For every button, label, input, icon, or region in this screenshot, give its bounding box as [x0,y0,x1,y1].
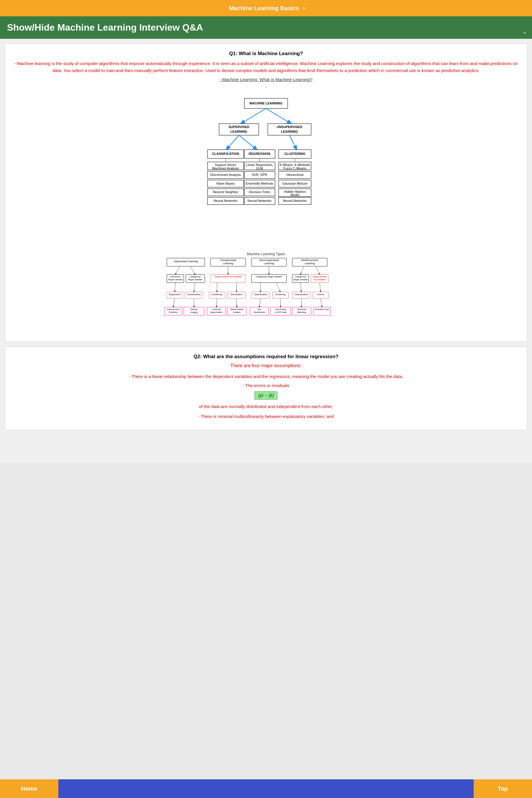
svg-text:Model: Model [290,193,299,196]
svg-line-4 [266,109,291,124]
svg-text:REGRESSION: REGRESSION [249,152,270,155]
svg-text:Machine Learning Types: Machine Learning Types [247,252,285,256]
svg-text:Driverless Cars: Driverless Cars [315,308,329,310]
svg-text:Neural Networks: Neural Networks [283,199,307,203]
collapse-button[interactable]: – [523,30,526,36]
q1-answer: - Machine learning is the study of compu… [14,60,518,74]
svg-text:Categorical: Categorical [190,276,201,278]
svg-line-109 [194,283,195,292]
svg-line-3 [241,109,266,124]
q1-separator: - [14,85,518,90]
svg-line-144 [280,298,281,307]
top-navigation: Machine Learning Basics [0,0,532,16]
svg-text:Medical: Medical [190,308,198,310]
svg-text:Marketing: Marketing [297,311,306,314]
svg-text:SVR, GPR: SVR, GPR [252,173,267,176]
svg-text:Customer: Customer [212,308,221,310]
svg-text:Naive Bayes: Naive Bayes [216,182,235,185]
svg-line-114 [300,283,301,292]
svg-text:Segmentation: Segmentation [210,311,223,314]
svg-line-142 [236,298,237,307]
svg-text:Target variable not available: Target variable not available [214,276,242,278]
svg-text:Optimized: Optimized [297,308,306,311]
q2-assumption1: - There is a linear relationship between… [14,373,518,380]
svg-text:Clustering: Clustering [212,293,222,296]
formula-container: (yi − ŷi) [14,390,518,401]
main-content: Q1: What is Machine Learning? - Machine … [0,39,532,463]
svg-text:Continuous: Continuous [170,276,181,278]
svg-text:Imaging: Imaging [190,311,198,314]
q1-link[interactable]: - Machine Learning: What is Machine Lear… [14,77,518,82]
svg-text:Hierarchical: Hierarchical [286,173,304,176]
svg-text:Neural Networks: Neural Networks [248,199,272,203]
svg-text:Classification: Classification [253,311,265,313]
q2-assumption2-label: - The errors or residuals [14,383,518,388]
page-title: Show/Hide Machine Learning Interview Q&A [7,22,525,33]
svg-text:on GPS data: on GPS data [275,311,286,313]
svg-text:GLM: GLM [256,167,263,170]
svg-text:Reinforcement: Reinforcement [301,259,319,262]
svg-text:CLASSIFICATION: CLASSIFICATION [212,152,239,155]
svg-text:Categorical: Categorical [295,276,306,278]
svg-text:Clustering: Clustering [275,293,286,296]
svg-line-115 [320,283,321,292]
q1-link-anchor[interactable]: - Machine Learning: What is Machine Lear… [220,77,313,82]
svg-text:Ensemble Methods: Ensemble Methods [246,182,273,185]
svg-text:LEARNING: LEARNING [281,130,298,133]
svg-text:Lane-finding: Lane-finding [275,308,286,311]
svg-text:Association: Association [231,293,243,296]
svg-text:Control: Control [317,293,324,296]
svg-text:Regression: Regression [169,293,180,296]
svg-text:Classification: Classification [294,293,308,296]
svg-text:Unsupervised: Unsupervised [220,259,236,262]
svg-text:Learning: Learning [223,262,233,265]
svg-text:Gaussian Mixture: Gaussian Mixture [282,182,308,185]
svg-text:Target Variable: Target Variable [188,278,203,281]
topic-dropdown[interactable]: Machine Learning Basics [226,3,306,13]
svg-text:MACHINE LEARNING: MACHINE LEARNING [249,101,282,105]
svg-text:Classification: Classification [253,293,267,296]
svg-text:Categorical Target Variable: Categorical Target Variable [256,276,282,278]
svg-line-146 [321,298,322,307]
svg-text:Analysis: Analysis [233,311,241,314]
svg-text:Target variable: Target variable [312,276,327,278]
svg-text:Semi-supervised: Semi-supervised [259,259,279,262]
svg-line-108 [175,283,175,292]
svg-line-13 [289,135,297,150]
svg-text:Nearest Neighbor: Nearest Neighbor [213,190,238,194]
svg-text:Target Variable: Target Variable [168,278,183,281]
svg-line-90 [300,266,304,274]
svg-line-113 [276,283,280,292]
svg-line-86 [175,266,180,274]
svg-text:CLUSTERING: CLUSTERING [284,152,305,155]
q2-question: Q2: What are the assumptions required fo… [14,354,518,360]
formula-display: (yi − ŷi) [254,392,278,400]
svg-text:Learning: Learning [264,262,274,265]
svg-text:Supervised Learning: Supervised Learning [174,260,198,263]
svg-line-143 [259,298,261,307]
ml-types-diagram-2: Machine Learning Types Supervised Learni… [164,251,368,330]
page-header: Show/Hide Machine Learning Interview Q&A… [0,16,532,39]
svg-text:Target Variable: Target Variable [293,278,308,281]
svg-text:UNSUPERVISED: UNSUPERVISED [277,125,302,129]
ml-diagram-2-container: Machine Learning Types Supervised Learni… [14,251,518,330]
svg-line-11 [226,135,239,150]
svg-text:Decision Trees: Decision Trees [249,190,270,194]
q2-assumption3: - There is minimal multicollinearity bet… [14,413,518,420]
svg-line-12 [239,135,257,150]
q1-question: Q1: What is Machine Learning? [14,51,518,57]
svg-line-145 [301,298,302,307]
svg-text:Neural Networks: Neural Networks [213,199,238,203]
svg-text:Discriminant Analysis: Discriminant Analysis [210,173,241,176]
svg-line-87 [190,266,195,274]
svg-text:Machines Analysis: Machines Analysis [212,167,239,170]
svg-text:LEARNING: LEARNING [230,130,247,133]
svg-line-91 [316,266,320,274]
q2-assumption2b: of the data are normally distributed and… [14,403,518,410]
svg-line-141 [216,298,217,307]
svg-text:Classification: Classification [187,293,201,296]
svg-text:Fuzzy C-Means: Fuzzy C-Means [284,167,306,170]
ml-diagram-1-container: MACHINE LEARNING SUPERVISED LEARNING UNS… [14,95,518,246]
svg-text:not available: not available [314,278,326,281]
q1-card: Q1: What is Machine Learning? - Machine … [5,43,527,342]
